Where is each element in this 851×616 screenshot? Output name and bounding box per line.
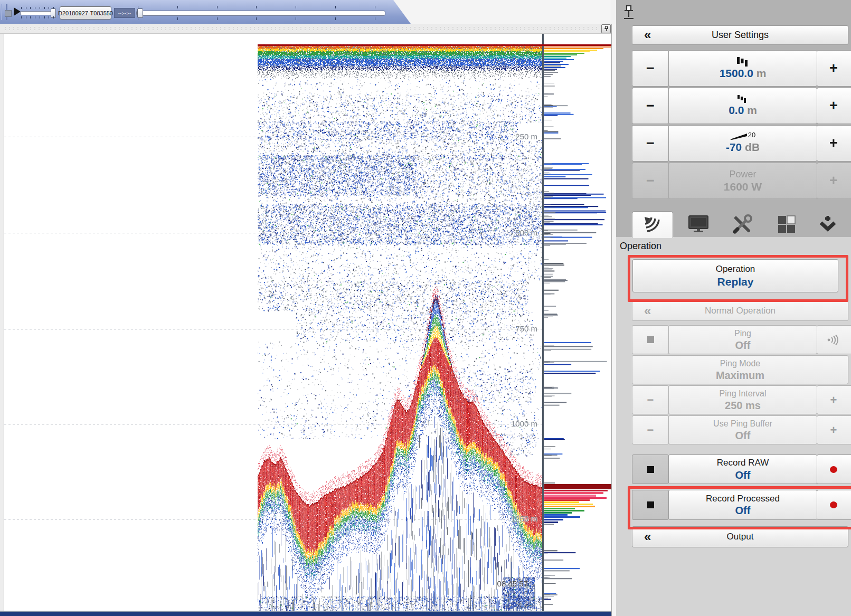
normal-operation-label: Normal Operation [705,305,776,316]
collapse-icon: « [644,529,650,544]
plus-icon: + [830,394,837,406]
gain-value-button[interactable]: 20 -70 dB [668,125,817,162]
panel-title: User Settings [712,30,769,41]
play-icon[interactable] [14,7,21,16]
plus-icon: + [829,61,838,75]
record-processed-toggle[interactable] [632,490,669,520]
ping-buffer-value: Off [735,429,751,442]
stop-square-icon [647,336,654,343]
gain-decrease-button[interactable]: − [632,125,669,162]
record-processed-indicator [817,490,851,520]
position-slider[interactable] [136,11,385,16]
start-range-value: 0.0 [729,104,744,116]
power-label: Power [729,168,756,181]
record-raw-toggle[interactable] [632,454,669,484]
ping-value: Off [735,339,751,352]
ping-buffer-increase-button: + [817,415,851,444]
position-slider-ticks-top [138,6,375,8]
user-settings-header[interactable]: « User Settings [632,25,848,45]
pin-icon [604,26,609,32]
record-raw-value: Off [735,469,751,481]
range-icon [737,57,749,67]
ping-timestamp: 08:45:57 [490,579,528,588]
operation-value: Replay [717,275,754,288]
start-range-icon [737,95,748,103]
stop-button[interactable] [5,10,12,17]
minus-icon: − [647,424,654,436]
pane-pin-button[interactable] [601,24,611,33]
output-label: Output [726,531,753,542]
position-slider-ticks-bottom [138,17,375,20]
ping-buffer-label: Use Ping Buffer [713,419,772,429]
power-decrease-button: − [632,163,669,199]
ping-interval-label: Ping Interval [720,388,767,399]
tools-icon [732,214,753,235]
pane-drag-strip[interactable] [0,24,611,34]
panel-pin-icon[interactable] [622,4,636,22]
tab-layout[interactable] [774,212,799,236]
tvg-slope-value: 20 [748,131,755,139]
ping-mode-button: Ping Mode Maximum [632,355,848,384]
gain-increase-button[interactable]: + [817,125,851,162]
tab-operation[interactable] [632,211,673,238]
minus-icon: − [646,99,655,113]
tab-expand[interactable] [816,212,840,236]
replay-toolbar: D20180927-T083550 --:--:-- [0,0,411,24]
range-value: 1500.0 [720,67,753,79]
replay-time-display: --:--:-- [114,8,135,18]
collapse-icon: « [644,304,650,318]
ping-single-button [817,325,851,354]
operation-label: Operation [716,263,755,274]
echogram-canvas[interactable] [0,34,611,611]
echogram-bottom-bar [0,611,611,616]
power-increase-button: + [817,163,851,199]
ping-toggle-button [632,325,669,354]
speed-slider-ticks-bottom [21,16,54,18]
ping-wave-icon [827,335,840,345]
ping-interval-button: Ping Interval 250 ms [668,385,817,414]
record-dot-icon [830,501,837,508]
ping-button: Ping Off [668,325,817,354]
record-processed-value: Off [735,504,751,517]
drag-strip-dots [3,26,599,31]
minus-icon: − [646,136,655,150]
gain-unit: dB [742,141,760,153]
position-slider-handle[interactable] [137,8,143,18]
record-raw-button[interactable]: Record RAW Off [668,454,817,484]
ping-label: Ping [734,328,751,339]
record-raw-label: Record RAW [717,457,769,468]
ping-interval-value: 250 ms [725,399,761,412]
stop-square-icon [647,466,654,473]
ping-mode-label: Ping Mode [720,358,761,369]
monitor-icon [687,215,710,234]
record-dot-icon [830,466,837,473]
tab-setup[interactable] [730,212,754,236]
record-processed-label: Record Processed [706,493,780,504]
start-range-value-button[interactable]: 0.0 m [668,88,817,124]
expand-down-icon [818,215,837,234]
plus-icon: + [829,174,838,188]
tab-display[interactable] [686,212,711,236]
range-increase-button[interactable]: + [817,50,851,87]
ping-buffer-decrease-button: − [632,415,669,444]
range-value-button[interactable]: 1500.0 m [668,50,817,87]
minus-icon: − [646,174,655,188]
plus-icon: + [829,99,838,113]
echogram-pane[interactable]: 250 m 500 m 750 m 1000 m 1250 m 08:45:57 [0,33,611,611]
normal-operation-button: « Normal Operation [632,301,848,321]
ping-interval-decrease-button: − [632,385,669,414]
output-header-button[interactable]: « Output [632,526,848,547]
record-processed-button[interactable]: Record Processed Off [668,490,817,520]
plus-icon: + [829,136,838,150]
section-title: Operation [620,241,661,252]
power-value-button: Power 1600 W [668,163,817,199]
ping-buffer-button: Use Ping Buffer Off [668,415,817,444]
speed-slider-ticks-top [21,7,54,9]
start-range-increase-button[interactable]: + [817,88,851,124]
range-decrease-button[interactable]: − [632,50,669,87]
start-range-decrease-button[interactable]: − [632,88,669,124]
replay-file-button[interactable]: D20180927-T083550 [60,6,111,20]
operation-mode-button[interactable]: Operation Replay [632,259,838,292]
stop-square-icon [647,501,654,508]
tvg-slope-icon [730,132,748,140]
